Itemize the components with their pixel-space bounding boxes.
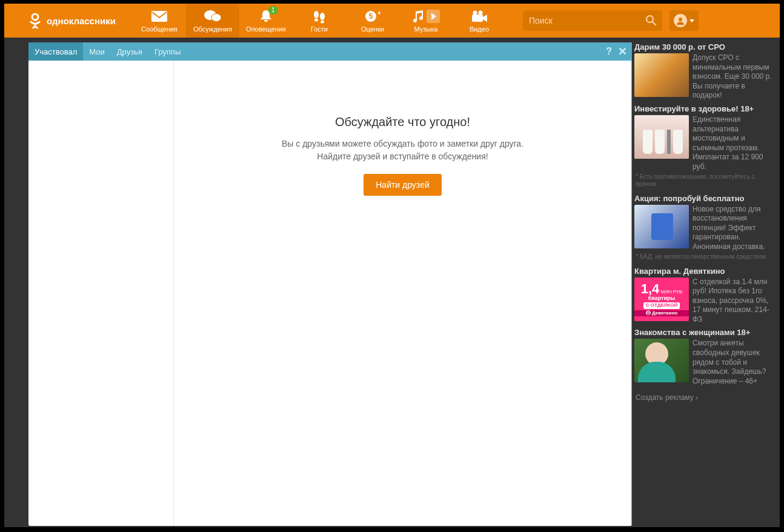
help-icon[interactable]: ? <box>606 46 612 57</box>
svg-rect-1 <box>151 11 167 22</box>
find-friends-button[interactable]: Найти друзей <box>364 174 442 196</box>
empty-title: Обсуждайте что угодно! <box>282 115 523 129</box>
nav-music[interactable]: Музыка <box>399 4 453 38</box>
ad-title: Дарим 30 000 р. от СРО <box>634 42 775 52</box>
ad-text: Единственная альтернатива мостовидным и … <box>693 115 775 172</box>
nav-messages[interactable]: Сообщения <box>133 4 186 38</box>
svg-point-5 <box>314 19 318 22</box>
ad-disclaimer: * БАД, не является лекарственным средств… <box>634 252 775 263</box>
svg-point-7 <box>321 21 324 24</box>
empty-description: Вы с друзьями можете обсуждать фото и за… <box>282 138 523 163</box>
avatar-icon <box>674 14 687 27</box>
svg-point-3 <box>211 14 221 22</box>
svg-point-0 <box>32 14 38 20</box>
search-icon[interactable] <box>645 15 656 27</box>
create-ad-link[interactable]: Создать рекламу › <box>634 390 777 402</box>
ad-image <box>634 339 689 382</box>
ad-image <box>634 115 689 159</box>
site-logo[interactable]: одноклассники <box>28 13 116 28</box>
tab-my[interactable]: Мои <box>83 42 110 61</box>
top-navbar: одноклассники Сообщения Обсуждения 1 <box>4 4 780 38</box>
videocam-icon <box>453 7 506 25</box>
ad-title: Акция: попробуй бесплатно <box>634 194 775 203</box>
svg-text:5: 5 <box>369 12 373 21</box>
ad-title: Квартира м. Девяткино <box>634 267 775 276</box>
svg-text:+: + <box>377 9 380 16</box>
ad-text: Новое средство для восстановления потенц… <box>693 205 775 252</box>
site-name: одноклассники <box>47 16 116 26</box>
nav-items: Сообщения Обсуждения 1 Оповещения <box>133 4 506 38</box>
nav-marks[interactable]: 5+ Оценки <box>346 4 399 38</box>
svg-point-12 <box>478 11 482 15</box>
ad-text: С отделкой за 1.4 млн руб! Ипотека без 1… <box>693 278 775 325</box>
footprints-icon <box>293 7 346 25</box>
ad-text: Смотри анкеты свободных девушек рядом с … <box>693 339 775 386</box>
ads-column: Дарим 30 000 р. от СРО Допуск СРО с мини… <box>634 42 777 402</box>
tab-friends[interactable]: Друзья <box>111 42 148 61</box>
ad-title: Инвестируйте в здоровье! 18+ <box>634 104 775 113</box>
chat-icon <box>186 7 239 25</box>
ad-disclaimer: * Есть противопоказания, посоветуйтесь с… <box>634 172 775 190</box>
notifications-badge: 1 <box>268 6 278 15</box>
ad-image <box>634 53 689 97</box>
close-icon[interactable]: ✕ <box>618 45 627 58</box>
caret-down-icon <box>689 19 694 22</box>
envelope-icon <box>133 7 186 25</box>
svg-rect-13 <box>472 15 483 22</box>
panel-left-column <box>28 61 174 526</box>
ad-block[interactable]: Акция: попробуй бесплатно Новое средство… <box>634 194 777 263</box>
music-icon <box>399 7 453 25</box>
tab-groups[interactable]: Группы <box>148 42 187 61</box>
ad-block[interactable]: Квартира м. Девяткино 1,4 МЛН РУБ Кварти… <box>634 267 777 325</box>
ok-logo-icon <box>28 13 42 28</box>
nav-discussions[interactable]: Обсуждения <box>186 4 239 38</box>
svg-point-4 <box>314 11 319 18</box>
svg-point-16 <box>679 18 682 21</box>
ad-image <box>634 205 689 248</box>
svg-point-6 <box>320 13 325 20</box>
nav-video[interactable]: Видео <box>453 4 506 38</box>
search-box[interactable] <box>523 10 662 31</box>
ad-title: Знакомства с женщинами 18+ <box>634 328 775 337</box>
svg-point-11 <box>473 11 477 15</box>
tab-participated[interactable]: Участвовал <box>28 42 83 61</box>
music-play-button[interactable] <box>427 10 440 23</box>
empty-state: Обсуждайте что угодно! Вы с друзьями мож… <box>282 115 523 196</box>
panel-main-column: Обсуждайте что угодно! Вы с друзьями мож… <box>174 61 632 526</box>
svg-line-15 <box>653 22 656 25</box>
search-input[interactable] <box>529 16 645 25</box>
ad-block[interactable]: Инвестируйте в здоровье! 18+ Единственна… <box>634 104 777 190</box>
user-menu-button[interactable] <box>669 10 699 31</box>
nav-notifications[interactable]: 1 Оповещения <box>239 4 293 38</box>
panel-header: Участвовал Мои Друзья Группы ? ✕ <box>28 42 632 61</box>
discussions-panel: Участвовал Мои Друзья Группы ? ✕ Обсужд <box>28 42 632 526</box>
nav-guests[interactable]: Гости <box>293 4 346 38</box>
fiveplus-icon: 5+ <box>346 7 399 25</box>
panel-tabs: Участвовал Мои Друзья Группы <box>28 42 187 61</box>
ad-text: Допуск СРО с минимальным первым взносом.… <box>693 53 775 101</box>
bell-icon <box>239 7 293 25</box>
ad-image: 1,4 МЛН РУБ Квартиры С ОТДЕЛКОЙ ⓜ Девятк… <box>634 278 689 321</box>
ad-block[interactable]: Дарим 30 000 р. от СРО Допуск СРО с мини… <box>634 42 777 101</box>
ad-block[interactable]: Знакомства с женщинами 18+ Смотри анкеты… <box>634 328 777 386</box>
